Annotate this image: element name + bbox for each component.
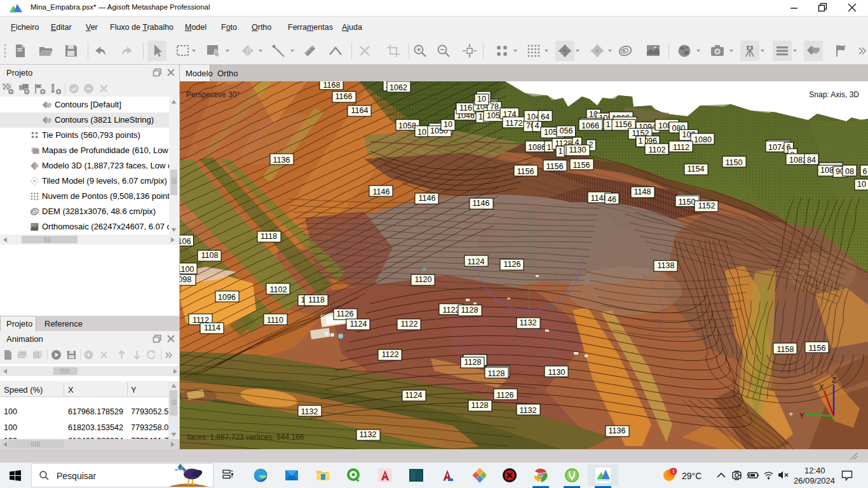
svg-text:1062: 1062	[390, 83, 407, 92]
svg-text:1120: 1120	[415, 275, 432, 284]
svg-text:106: 106	[180, 237, 191, 246]
svg-text:1156: 1156	[615, 120, 632, 129]
svg-text:1128: 1128	[465, 358, 482, 367]
svg-text:1126: 1126	[497, 391, 514, 400]
svg-text:1146: 1146	[419, 194, 436, 203]
svg-text:1118: 1118	[308, 295, 325, 304]
svg-text:1156: 1156	[573, 161, 590, 170]
svg-text:1146: 1146	[373, 187, 390, 196]
svg-text:1172: 1172	[506, 119, 523, 128]
svg-text:1164: 1164	[351, 106, 369, 115]
svg-text:1132: 1132	[520, 406, 537, 415]
svg-text:Perspective 30°: Perspective 30°	[186, 90, 240, 99]
svg-text:1124: 1124	[468, 257, 485, 266]
svg-text:1130: 1130	[569, 146, 587, 154]
svg-text:Snap: Axis, 3D: Snap: Axis, 3D	[809, 90, 859, 99]
svg-text:1080: 1080	[694, 135, 712, 144]
svg-text:1066: 1066	[581, 121, 599, 130]
svg-text:1058: 1058	[398, 121, 416, 130]
svg-text:056: 056	[560, 126, 573, 135]
svg-text:Z: Z	[832, 376, 836, 384]
svg-text:1: 1	[547, 143, 552, 152]
svg-text:1132: 1132	[360, 430, 377, 439]
svg-text:1128: 1128	[461, 306, 478, 315]
svg-text:10: 10	[444, 120, 452, 129]
svg-text:64: 64	[541, 112, 550, 121]
svg-text:1074: 1074	[768, 143, 786, 152]
svg-text:.098: .098	[180, 275, 191, 284]
svg-text:4: 4	[535, 121, 539, 130]
svg-text:1136: 1136	[609, 426, 626, 435]
svg-text:1158: 1158	[777, 345, 794, 354]
svg-text:1148: 1148	[634, 187, 651, 196]
svg-text:1108: 1108	[201, 251, 219, 260]
svg-text:10: 10	[857, 180, 866, 189]
svg-text:116: 116	[459, 104, 472, 112]
svg-text:08: 08	[845, 167, 854, 176]
svg-text:1152: 1152	[698, 201, 715, 210]
svg-text:1122: 1122	[401, 320, 418, 329]
svg-text:10: 10	[477, 95, 486, 104]
svg-text:1100: 1100	[180, 265, 194, 274]
svg-text:1156: 1156	[517, 167, 534, 176]
svg-text:1102: 1102	[649, 146, 666, 154]
svg-text:1122: 1122	[382, 350, 399, 359]
svg-text:X: X	[819, 383, 824, 391]
svg-text:1146: 1146	[473, 199, 490, 208]
svg-text:1124: 1124	[350, 320, 367, 329]
svg-text:1122: 1122	[443, 306, 460, 315]
svg-text:1138: 1138	[658, 261, 675, 270]
svg-text:+: +	[789, 409, 794, 419]
svg-text:6: 6	[863, 167, 867, 176]
svg-text:1150: 1150	[679, 198, 696, 207]
svg-text:1086: 1086	[528, 143, 546, 152]
svg-text:1132: 1132	[301, 407, 318, 416]
svg-text:1154: 1154	[688, 165, 705, 173]
svg-text:10: 10	[417, 128, 426, 137]
svg-text:1168: 1168	[323, 81, 341, 90]
svg-text:84: 84	[807, 156, 816, 165]
svg-text:1166: 1166	[336, 92, 353, 101]
svg-text:1128: 1128	[471, 401, 489, 410]
svg-text:1130: 1130	[548, 368, 566, 377]
svg-text:1: 1	[559, 147, 563, 156]
svg-text:1128: 1128	[488, 369, 505, 378]
svg-text:1132: 1132	[520, 318, 537, 327]
svg-text:1150: 1150	[726, 158, 743, 167]
svg-text:1136: 1136	[273, 156, 290, 165]
svg-text:1102: 1102	[270, 285, 287, 294]
svg-text:1124: 1124	[405, 391, 423, 400]
svg-text:Y: Y	[799, 412, 804, 419]
svg-text:1118: 1118	[261, 232, 277, 241]
svg-text:1126: 1126	[504, 260, 521, 269]
svg-text:78: 78	[490, 102, 499, 111]
svg-text:1096: 1096	[218, 293, 236, 302]
svg-text:1110: 1110	[267, 316, 283, 325]
svg-text:1: 1	[606, 120, 611, 129]
svg-text:1126: 1126	[337, 309, 354, 318]
svg-text:1: 1	[639, 137, 643, 146]
svg-text:1156: 1156	[809, 344, 826, 353]
svg-text:46: 46	[607, 195, 616, 204]
svg-text:1: 1	[672, 468, 675, 474]
svg-text:1156: 1156	[546, 162, 564, 171]
svg-text:1114: 1114	[204, 323, 220, 332]
svg-text:1112: 1112	[673, 143, 689, 152]
svg-text:faces: 1,887,723 vertices: 944: faces: 1,887,723 vertices: 944,166	[187, 433, 304, 442]
